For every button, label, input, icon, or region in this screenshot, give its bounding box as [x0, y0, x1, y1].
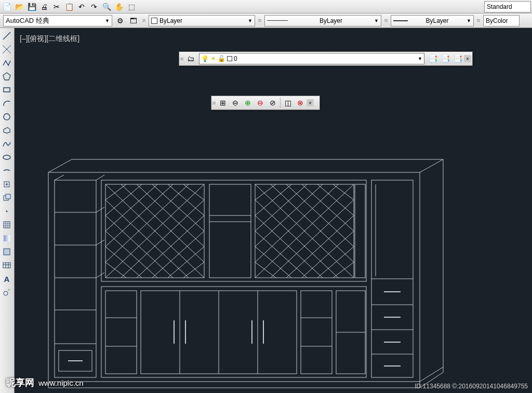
polyline-tool[interactable] — [0, 56, 14, 70]
color-swatch-icon — [151, 18, 157, 24]
svg-rect-106 — [105, 291, 137, 374]
svg-text:+: + — [8, 288, 10, 292]
layer-color-icon — [227, 56, 232, 61]
tool-icon[interactable]: ⬚ — [126, 2, 137, 12]
svg-marker-3 — [3, 73, 10, 80]
polygon-tool[interactable] — [0, 70, 14, 83]
view-button[interactable]: ⊘ — [267, 97, 279, 109]
svg-point-12 — [6, 211, 8, 212]
layer-button[interactable]: 📑 — [439, 52, 451, 65]
view-button[interactable]: ⊞ — [217, 97, 229, 109]
draw-toolbar: A + — [0, 28, 15, 393]
workspace-dropdown[interactable]: AutoCAD 经典 ▼ — [3, 15, 112, 26]
point-tool[interactable] — [0, 205, 14, 218]
addselected-tool[interactable]: + — [0, 286, 14, 299]
view-button[interactable]: ⊖ — [229, 97, 242, 109]
svg-line-70 — [183, 184, 204, 200]
toolbar-grip[interactable] — [384, 15, 388, 26]
svg-rect-20 — [3, 263, 10, 268]
tool-icon[interactable]: 📂 — [14, 2, 25, 12]
gradient-tool[interactable] — [0, 232, 14, 245]
svg-line-41 — [96, 207, 104, 212]
tool-icon[interactable]: ✋ — [113, 2, 125, 12]
arc-tool[interactable] — [0, 97, 14, 110]
tool-icon[interactable]: 📄 — [1, 2, 12, 12]
toolbar-grip[interactable] — [180, 53, 183, 64]
tool-icon[interactable]: 📋 — [63, 2, 75, 12]
plotstyle-dropdown[interactable]: ByColor — [483, 15, 520, 26]
svg-line-64 — [105, 247, 142, 278]
svg-line-91 — [317, 184, 354, 215]
close-icon[interactable]: × — [464, 55, 471, 62]
svg-point-6 — [3, 155, 10, 159]
main-area: A + [–][俯视][二维线框] 🗂 💡 ☀ 🔓 0 ▼ 📑 📑 📑 × — [0, 28, 532, 393]
close-icon[interactable]: × — [307, 99, 314, 106]
view-button[interactable]: ⊕ — [242, 97, 254, 109]
svg-line-98 — [333, 262, 354, 278]
layer-on-icon: 💡 — [201, 55, 209, 62]
layer-properties-button[interactable]: 🗂 — [184, 52, 197, 65]
watermark-logo: 昵享网 — [6, 376, 34, 389]
chevron-down-icon: ▼ — [248, 18, 252, 23]
view-button[interactable]: ⊖ — [254, 97, 267, 109]
layer-toolbar[interactable]: 🗂 💡 ☀ 🔓 0 ▼ 📑 📑 📑 × — [179, 51, 473, 66]
svg-line-42 — [96, 240, 104, 245]
hatch-tool[interactable] — [0, 218, 14, 232]
style-dropdown-label: Standard — [487, 3, 512, 10]
view-button[interactable]: ◫ — [282, 97, 294, 109]
spline-tool[interactable] — [0, 137, 14, 151]
rectangle-tool[interactable] — [0, 83, 14, 97]
table-tool[interactable] — [0, 259, 14, 272]
watermark-url: www.nipic.cn — [38, 378, 84, 387]
circle-tool[interactable] — [0, 110, 14, 124]
ellipse-tool[interactable] — [0, 151, 14, 164]
tool-icon[interactable]: ↶ — [76, 2, 87, 12]
layer-dropdown[interactable]: 💡 ☀ 🔓 0 ▼ — [199, 53, 424, 64]
toolbar-button[interactable]: 🗔 — [128, 15, 139, 26]
style-dropdown[interactable]: Standard — [484, 1, 531, 12]
svg-line-43 — [96, 273, 104, 278]
svg-rect-60 — [355, 184, 365, 278]
make-block-tool[interactable] — [0, 191, 14, 205]
chevron-down-icon: ▼ — [105, 18, 110, 23]
svg-line-86 — [255, 247, 291, 278]
tool-icon[interactable]: 🖨 — [38, 2, 50, 12]
text-tool[interactable]: A — [0, 272, 14, 286]
svg-line-97 — [317, 247, 354, 278]
line-tool[interactable] — [0, 29, 14, 43]
watermark-right: ID:11345688 ©:20160920141046849755 — [415, 383, 528, 390]
construction-line-tool[interactable] — [0, 43, 14, 56]
color-dropdown[interactable]: ByLayer ▼ — [149, 15, 255, 26]
color-dropdown-label: ByLayer — [159, 17, 246, 24]
tool-icon[interactable]: ✂ — [51, 2, 62, 12]
toolbar-grip[interactable] — [142, 15, 145, 26]
layer-button[interactable]: 📑 — [451, 52, 464, 65]
tool-icon[interactable]: 🔍 — [101, 2, 112, 12]
toolbar-grip[interactable] — [258, 15, 261, 26]
view-toolbar[interactable]: ⊞ ⊖ ⊕ ⊖ ⊘ ◫ ⊗ × — [211, 96, 320, 110]
view-button[interactable]: ⊗ — [294, 97, 307, 109]
tool-icon[interactable]: ↷ — [88, 2, 100, 12]
insert-block-tool[interactable] — [0, 178, 14, 191]
region-tool[interactable] — [0, 245, 14, 259]
layer-name: 0 — [234, 55, 237, 62]
properties-toolbar: AutoCAD 经典 ▼ ⚙ 🗔 ByLayer ▼ ByLayer ▼ ByL… — [0, 13, 532, 28]
toolbar-grip[interactable] — [477, 15, 480, 26]
tool-icon[interactable]: 💾 — [26, 2, 37, 12]
viewport-label[interactable]: [–][俯视][二维线框] — [20, 34, 79, 44]
svg-line-40 — [96, 175, 104, 180]
ellipse-arc-tool[interactable] — [0, 164, 14, 178]
svg-line-87 — [255, 262, 276, 278]
drawing-canvas[interactable]: [–][俯视][二维线框] 🗂 💡 ☀ 🔓 0 ▼ 📑 📑 📑 × ⊞ ⊖ — [15, 28, 532, 393]
workspace-settings-button[interactable]: ⚙ — [114, 15, 126, 26]
toolbar-grip[interactable] — [212, 97, 216, 109]
layer-button[interactable]: 📑 — [427, 52, 439, 65]
lineweight-dropdown[interactable]: ByLayer ▼ — [391, 15, 474, 26]
linetype-dropdown[interactable]: ByLayer ▼ — [264, 15, 381, 26]
layer-lock-icon: 🔓 — [218, 55, 225, 62]
linetype-dropdown-label: ByLayer — [290, 17, 372, 24]
plotstyle-label: ByColor — [486, 17, 508, 24]
cad-drawing — [43, 133, 469, 393]
svg-line-39 — [55, 175, 64, 180]
revcloud-tool[interactable] — [0, 124, 14, 137]
